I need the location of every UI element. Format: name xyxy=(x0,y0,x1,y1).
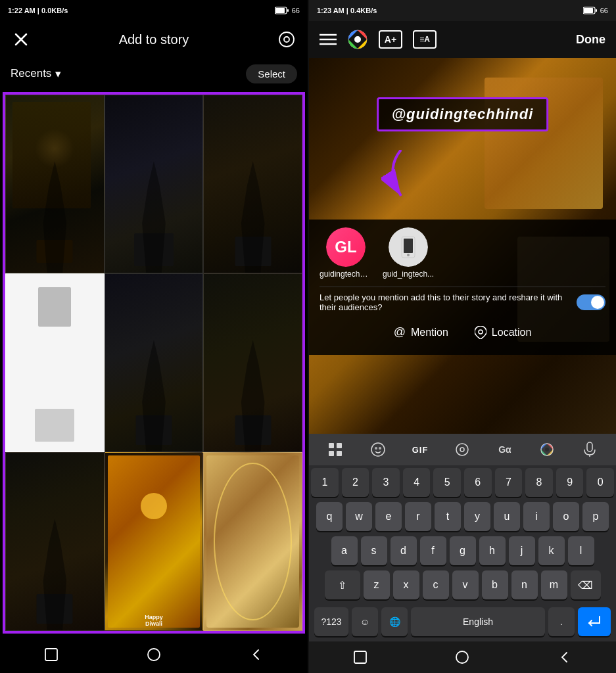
key-m[interactable]: m xyxy=(541,570,567,599)
key-s[interactable]: s xyxy=(361,536,387,565)
svg-point-29 xyxy=(456,444,468,455)
key-o[interactable]: o xyxy=(553,502,579,531)
kb-sticker-icon[interactable] xyxy=(366,438,390,461)
key-d[interactable]: d xyxy=(391,536,417,565)
svg-rect-1 xyxy=(287,9,289,12)
back-button[interactable] xyxy=(246,644,267,665)
profile-item-2[interactable]: guid_ingtech... xyxy=(383,227,434,279)
key-l[interactable]: l xyxy=(568,536,594,565)
location-label: Location xyxy=(492,327,532,338)
key-5[interactable]: 5 xyxy=(433,468,461,497)
key-e[interactable]: e xyxy=(375,502,402,531)
profile-item-1[interactable]: GL guidingtechhi... xyxy=(320,227,372,279)
menu-icon[interactable] xyxy=(320,33,337,46)
dropdown-icon: ▾ xyxy=(55,67,61,81)
select-button[interactable]: Select xyxy=(246,64,297,83)
key-english[interactable]: English xyxy=(411,607,545,636)
photo-cell-gift[interactable]: HappyDiwali xyxy=(105,452,204,631)
photo-cell[interactable] xyxy=(5,452,105,631)
photo-cell[interactable] xyxy=(5,95,105,273)
kb-theme-icon[interactable] xyxy=(535,438,559,461)
key-i[interactable]: i xyxy=(523,502,550,531)
photo-cell[interactable] xyxy=(5,273,105,452)
right-back-button[interactable] xyxy=(557,649,573,665)
key-z[interactable]: z xyxy=(364,570,390,599)
key-7[interactable]: 7 xyxy=(495,468,523,497)
photo-cell-ornate[interactable] xyxy=(203,452,302,631)
done-button[interactable]: Done xyxy=(576,33,605,47)
backspace-key[interactable]: ⌫ xyxy=(571,570,601,599)
right-home-button[interactable] xyxy=(454,649,470,665)
key-r[interactable]: r xyxy=(405,502,431,531)
color-wheel-icon[interactable] xyxy=(347,29,368,50)
text-size-icon[interactable]: A+ xyxy=(379,30,402,49)
recents-dropdown[interactable]: Recents ▾ xyxy=(11,67,61,81)
key-v[interactable]: v xyxy=(452,570,479,599)
number-row: 1 2 3 4 5 6 7 8 9 0 xyxy=(311,468,614,497)
key-h[interactable]: h xyxy=(479,536,506,565)
key-j[interactable]: j xyxy=(509,536,535,565)
key-n[interactable]: n xyxy=(511,570,538,599)
key-c[interactable]: c xyxy=(423,570,449,599)
right-time: 1:23 AM | 0.4KB/s xyxy=(317,7,377,14)
reshare-toggle[interactable] xyxy=(577,294,605,310)
keyboard: GIF Gα xyxy=(309,434,616,641)
svg-point-27 xyxy=(375,447,377,450)
photo-cell[interactable] xyxy=(203,95,302,273)
kb-translate-icon[interactable]: Gα xyxy=(493,438,517,461)
close-button[interactable] xyxy=(11,29,32,50)
location-action[interactable]: Location xyxy=(475,325,532,339)
key-6[interactable]: 6 xyxy=(464,468,492,497)
key-row-z: ⇧ z x c v b n m ⌫ xyxy=(311,570,614,599)
key-3[interactable]: 3 xyxy=(372,468,400,497)
key-4[interactable]: 4 xyxy=(403,468,431,497)
key-1[interactable]: 1 xyxy=(311,468,339,497)
svg-point-20 xyxy=(407,254,410,256)
key-period[interactable]: . xyxy=(548,607,575,636)
avatar-2 xyxy=(389,227,428,267)
key-9[interactable]: 9 xyxy=(556,468,584,497)
key-g[interactable]: g xyxy=(450,536,476,565)
photo-cell[interactable] xyxy=(105,273,204,452)
key-t[interactable]: t xyxy=(435,502,461,531)
key-p[interactable]: p xyxy=(582,502,609,531)
key-globe[interactable]: 🌐 xyxy=(381,607,408,636)
key-f[interactable]: f xyxy=(420,536,446,565)
key-a[interactable]: a xyxy=(331,536,358,565)
key-q[interactable]: q xyxy=(316,502,343,531)
key-2[interactable]: 2 xyxy=(342,468,369,497)
key-row-a: a s d f g h j k l xyxy=(311,536,614,565)
photo-cell[interactable] xyxy=(203,273,302,452)
right-recent-apps-button[interactable] xyxy=(352,649,368,665)
key-row-q: q w e r t y u i o p xyxy=(311,502,614,531)
key-123[interactable]: ?123 xyxy=(314,607,348,636)
key-y[interactable]: y xyxy=(464,502,490,531)
kb-gif-button[interactable]: GIF xyxy=(408,438,432,461)
text-align-icon[interactable]: ≡A xyxy=(413,30,437,49)
right-toolbar-left: A+ ≡A xyxy=(320,29,437,50)
photo-cell[interactable] xyxy=(105,95,204,273)
settings-icon[interactable] xyxy=(276,29,297,50)
kb-settings-icon[interactable] xyxy=(450,438,474,461)
mention-action[interactable]: @ Mention xyxy=(394,325,448,339)
key-0[interactable]: 0 xyxy=(586,468,614,497)
photo-grid: HappyDiwali xyxy=(3,92,305,634)
kb-voice-icon[interactable] xyxy=(578,438,602,461)
svg-rect-22 xyxy=(329,443,334,448)
profile-row: GL guidingtechhi... gu xyxy=(320,227,605,279)
key-u[interactable]: u xyxy=(494,502,520,531)
key-b[interactable]: b xyxy=(482,570,508,599)
key-x[interactable]: x xyxy=(393,570,419,599)
kb-grid-icon[interactable] xyxy=(323,438,347,461)
recent-apps-button[interactable] xyxy=(41,644,62,665)
shift-key[interactable]: ⇧ xyxy=(325,570,360,599)
key-8[interactable]: 8 xyxy=(525,468,553,497)
avatar-gl-icon: GL xyxy=(326,227,366,267)
svg-rect-24 xyxy=(329,451,334,456)
enter-key[interactable] xyxy=(578,607,611,636)
mention-box[interactable]: @guidingtechhindi xyxy=(377,97,549,131)
home-button[interactable] xyxy=(143,644,164,665)
key-emoji[interactable]: ☺ xyxy=(352,607,378,636)
key-w[interactable]: w xyxy=(346,502,372,531)
key-k[interactable]: k xyxy=(538,536,565,565)
